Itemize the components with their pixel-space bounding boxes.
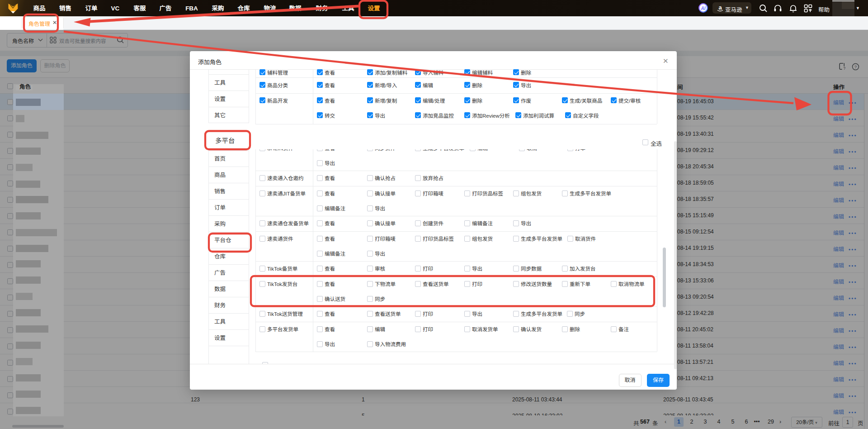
- svg-text:a: a: [718, 4, 722, 11]
- svg-text:AI: AI: [701, 6, 706, 11]
